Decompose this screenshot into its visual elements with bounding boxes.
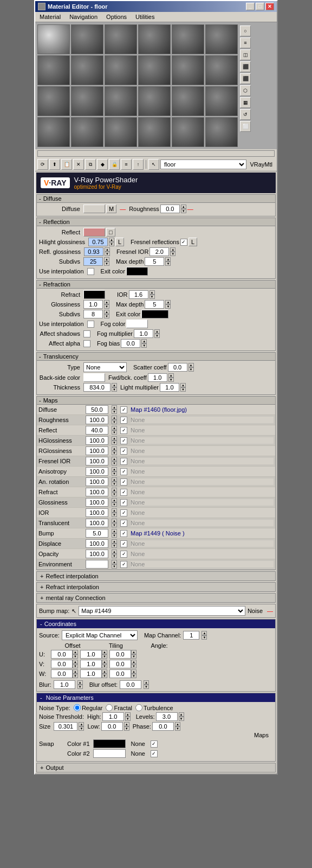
radio-fractal[interactable]: Fractal (106, 704, 132, 711)
light-mult-spinner[interactable]: ▲ ▼ (180, 383, 186, 392)
preview-cell-5[interactable] (205, 24, 238, 54)
side-btn-2[interactable]: ◫ (240, 49, 251, 60)
map-spinner-5[interactable]: ▲▼ (110, 456, 119, 467)
toolbar-btn-nav2[interactable]: ↑ (133, 159, 144, 170)
preview-cell-8[interactable] (105, 55, 137, 85)
ior-input[interactable] (129, 290, 148, 299)
thickness-spinner[interactable]: ▲ ▼ (112, 383, 117, 392)
maps-collapse[interactable]: - (39, 397, 41, 404)
size-input[interactable] (54, 722, 77, 731)
ior-spinner[interactable]: ▲ ▼ (150, 290, 155, 299)
map-row-val-0[interactable] (80, 405, 110, 415)
reflect-map-btn[interactable]: □ (106, 228, 115, 237)
side-btn-7[interactable]: ↺ (240, 109, 251, 120)
map-row-val-6[interactable] (80, 467, 110, 477)
offset-w-spinner[interactable]: ▲▼ (73, 669, 78, 678)
tiling-v-spinner[interactable]: ▲▼ (102, 660, 107, 668)
refract-color[interactable] (83, 290, 105, 299)
map-check-7[interactable]: ✓ (119, 477, 129, 487)
preview-cell-6[interactable] (37, 55, 70, 85)
toolbar-btn-copy[interactable]: ⧉ (85, 159, 96, 170)
map-check-9[interactable]: ✓ (119, 497, 129, 508)
tiling-v-input[interactable] (80, 660, 102, 668)
radio-fractal-input[interactable] (106, 704, 113, 711)
angle-u-input[interactable] (109, 650, 131, 659)
preview-cell-22[interactable] (172, 117, 204, 147)
output-bar[interactable]: + Output (36, 763, 276, 773)
preview-cell-2[interactable] (105, 24, 137, 54)
preview-cell-1[interactable] (71, 24, 103, 54)
map-channel-input[interactable] (183, 631, 199, 640)
map-row-val-4[interactable] (80, 446, 110, 456)
use-interp-check[interactable] (87, 268, 94, 275)
map-val-input-9[interactable] (86, 498, 108, 507)
tiling-w-input[interactable] (80, 669, 102, 678)
mental-ray-section[interactable]: + mental ray Connection (36, 593, 276, 603)
refr-gloss-input[interactable] (83, 300, 103, 309)
map-map-9[interactable]: None (129, 497, 275, 508)
color1-checkbox[interactable]: ✓ (151, 741, 158, 748)
map-val-input-5[interactable] (86, 457, 108, 465)
map-map-1[interactable]: None (129, 415, 275, 425)
preview-cell-16[interactable] (172, 86, 204, 116)
refract-interp-section[interactable]: + Refract interpolation (36, 582, 276, 592)
map-row-val-15[interactable] (80, 559, 110, 570)
refr-max-depth-spinner[interactable]: ▲ ▼ (165, 300, 171, 309)
map-spinner-14[interactable]: ▲▼ (110, 549, 119, 559)
fog-mult-input[interactable] (134, 329, 153, 338)
source-dropdown[interactable]: Explicit Map Channel (62, 630, 138, 640)
affect-shadows-check[interactable] (83, 330, 90, 337)
map-check-14[interactable]: ✓ (119, 549, 129, 559)
map-row-val-7[interactable] (80, 477, 110, 487)
levels-spinner[interactable]: ▲▼ (179, 712, 184, 721)
toolbar-btn-make-unique[interactable]: ◆ (97, 159, 108, 170)
tiling-u-spinner[interactable]: ▲▼ (102, 650, 107, 659)
map-spinner-6[interactable]: ▲▼ (110, 467, 119, 477)
radio-regular-input[interactable] (74, 704, 81, 711)
map-map-12[interactable]: Map #1449 ( Noise ) (129, 528, 275, 539)
preview-cell-0[interactable] (37, 24, 70, 54)
roughness-down[interactable]: ▼ (181, 209, 186, 213)
levels-input[interactable] (156, 712, 178, 721)
map-map-0[interactable]: Map #1460 (floor.jpg) (129, 405, 275, 415)
map-check-12[interactable]: ✓ (119, 528, 129, 539)
fresnel-l-btn[interactable]: L (188, 238, 197, 246)
map-check-0[interactable]: ✓ (119, 405, 129, 415)
map-spinner-12[interactable]: ▲▼ (110, 528, 119, 539)
map-val-input-8[interactable] (86, 488, 108, 496)
phase-input[interactable] (152, 722, 174, 731)
diffuse-color-swatch[interactable] (83, 205, 105, 213)
map-btn-5[interactable]: None (131, 458, 274, 464)
map-check-11[interactable]: ✓ (119, 518, 129, 528)
map-map-5[interactable]: None (129, 456, 275, 467)
map-row-val-1[interactable] (80, 415, 110, 425)
preview-cell-23[interactable] (205, 117, 238, 147)
map-check-1[interactable]: ✓ (119, 415, 129, 425)
map-row-val-5[interactable] (80, 456, 110, 467)
angle-w-spinner[interactable]: ▲▼ (131, 669, 136, 678)
map-val-input-0[interactable] (86, 405, 108, 414)
map-val-input-10[interactable] (86, 508, 108, 517)
fog-mult-spinner[interactable]: ▲ ▼ (154, 329, 160, 338)
reflect-color[interactable] (83, 228, 105, 237)
fwd-bck-input[interactable] (148, 373, 167, 382)
use-interp-refr-check[interactable] (87, 321, 94, 328)
light-mult-input[interactable] (160, 383, 179, 392)
map-row-val-10[interactable] (80, 508, 110, 518)
side-btn-5[interactable]: ⬡ (240, 85, 251, 96)
refr-subdivs-input[interactable] (83, 310, 103, 318)
hilight-spinner[interactable]: ▲ ▼ (109, 238, 114, 246)
translucency-collapse[interactable]: - (39, 353, 41, 360)
map-btn-11[interactable]: None (131, 520, 274, 526)
preview-cell-9[interactable] (138, 55, 171, 85)
map-spinner-0[interactable]: ▲▼ (110, 405, 119, 415)
map-val-input-13[interactable] (86, 539, 108, 548)
preview-cell-20[interactable] (105, 117, 137, 147)
toolbar-btn-assign[interactable]: 📋 (61, 159, 72, 170)
map-check-8[interactable]: ✓ (119, 487, 129, 497)
exit-color-swatch[interactable] (126, 267, 148, 276)
coords-collapse[interactable]: - (40, 621, 42, 627)
map-map-15[interactable]: None (129, 559, 275, 570)
map-row-val-3[interactable] (80, 436, 110, 446)
refr-gloss-spinner[interactable]: ▲ ▼ (104, 300, 109, 309)
